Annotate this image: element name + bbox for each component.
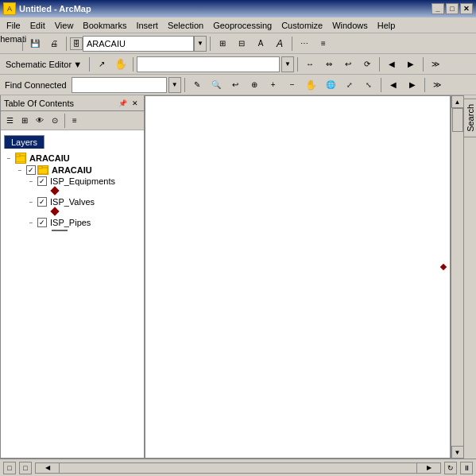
schematic-dropdown-btn[interactable]: Schematic ▼ [2,35,19,52]
fc-tool4[interactable]: ⊕ [246,76,263,94]
diagram-dropdown-arrow[interactable]: ▼ [194,36,207,52]
toc-list-btn[interactable]: ☰ [2,114,17,128]
fc-fit1[interactable]: ⤢ [341,76,358,94]
toc-selection-btn[interactable]: ⊙ [48,114,62,128]
isp-eq-expand[interactable]: − [26,176,36,186]
isp-v-checkbox[interactable]: ✓ [37,197,47,207]
tool1[interactable]: ⊞ [214,35,231,52]
menu-item-customize[interactable]: Customize [277,19,327,32]
fc-back[interactable]: ◀ [385,76,402,94]
schematic-tool1[interactable]: ↔ [301,56,319,73]
isp-v-expand[interactable]: − [26,197,36,207]
sep9 [423,57,424,72]
tool6[interactable]: ≡ [315,35,332,52]
sep3 [210,37,211,51]
sep7 [297,57,298,72]
aracaiu-expand[interactable]: − [15,165,25,175]
menu-item-help[interactable]: Help [373,19,401,32]
schematic-feature-arrow[interactable]: ▼ [281,56,294,72]
toc-source-btn[interactable]: ⊞ [17,114,32,128]
search-panel: Search [463,95,476,459]
sep10 [184,78,185,92]
schematic-tool4[interactable]: ⟳ [358,56,376,73]
toc-header: Table Of Contents 📌 ✕ [1,95,144,111]
fc-fit2[interactable]: ⤡ [360,76,377,94]
status-icon-1[interactable]: □ [3,462,16,474]
close-button[interactable]: ✕ [460,3,473,14]
scroll-down-arrow[interactable]: ▼ [451,446,464,459]
fc-zoom2[interactable]: − [284,76,301,94]
fc-tool2[interactable]: 🔍 [207,76,225,94]
schematic-nav2[interactable]: ▶ [402,56,420,73]
fc-tool3[interactable]: ↩ [226,76,244,94]
menu-item-geoprocessing[interactable]: Geoprocessing [208,19,277,32]
layers-tab-label: Layers [11,137,37,147]
menu-item-windows[interactable]: Windows [327,19,373,32]
menu-item-selection[interactable]: Selection [163,19,208,32]
v-diamond-symbol [50,207,59,215]
schematic-editor-label[interactable]: Schematic Editor ▼ [2,57,86,72]
schematic-tool3[interactable]: ↩ [339,56,357,73]
diagram-dropdown[interactable]: ARACAIU [83,36,194,52]
main-area: Table Of Contents 📌 ✕ ☰ ⊞ 👁 ⊙ ≡ Layers [0,95,476,459]
menu-item-insert[interactable]: Insert [131,19,163,32]
save-btn[interactable]: 💾 [26,35,44,52]
menu-item-view[interactable]: View [50,19,79,32]
aracaiu-item: − ✓ ARACAIU [15,164,144,176]
scroll-thumb[interactable] [452,108,463,132]
hscroll-right-arrow[interactable]: ▶ [416,463,440,473]
schematic-feature-dropdown[interactable] [137,56,280,72]
toc-options-btn[interactable]: ≡ [68,114,82,128]
menu-item-file[interactable]: File [2,19,25,32]
toolbar-row-1: Schematic ▼ 💾 🖨 🗄 ARACAIU ▼ ⊞ ⊟ A A ⋯ ≡ [0,33,476,54]
pan-tool[interactable]: ✋ [112,56,130,73]
toc-close-icon[interactable]: ✕ [130,98,141,109]
map-canvas[interactable] [145,95,451,459]
fc-hand[interactable]: ✋ [303,76,320,94]
hscroll-left-arrow[interactable]: ◀ [36,463,60,473]
minimize-button[interactable]: _ [431,3,444,14]
fc-fwd[interactable]: ▶ [404,76,421,94]
toc-pin-icon[interactable]: 📌 [117,98,128,109]
fc-zoom1[interactable]: + [265,76,282,94]
schematic-tool2[interactable]: ⇔ [320,56,338,73]
menu-item-bookmarks[interactable]: Bookmarks [78,19,131,32]
aracaiu-checkbox[interactable]: ✓ [26,165,36,175]
isp-p-label: ISP_Pipes [50,218,91,227]
tool4[interactable]: A [271,35,288,52]
horizontal-scrollbar[interactable]: ◀ ▶ [35,462,441,474]
schematic-nav1[interactable]: ◀ [383,56,401,73]
isp-eq-checkbox[interactable]: ✓ [37,176,47,186]
schematic-extra[interactable]: ≫ [427,56,444,73]
select-tool[interactable]: ↗ [93,56,110,73]
isp-p-checkbox[interactable]: ✓ [37,218,47,227]
scroll-up-arrow[interactable]: ▲ [451,95,464,108]
find-connected-label: Find Connected [2,80,70,90]
layers-tab[interactable]: Layers [4,135,45,149]
schematic-editor-text: Schematic Editor [6,60,72,69]
find-connected-arrow[interactable]: ▼ [168,77,181,93]
isp-p-expand[interactable]: − [26,218,36,227]
data-frame-expand[interactable]: − [4,153,14,163]
vertical-scrollbar[interactable]: ▲ ▼ [451,95,463,459]
fc-extra[interactable]: ≫ [428,76,446,94]
scroll-track[interactable] [451,108,463,446]
map-and-vscroll: ▲ ▼ [145,95,463,459]
status-refresh[interactable]: ↻ [444,462,457,474]
find-connected-dropdown[interactable] [72,77,167,93]
window-title: Untitled - ArcMap [19,4,91,14]
status-icon-2[interactable]: □ [19,462,32,474]
search-tab[interactable]: Search [463,99,477,137]
tool2[interactable]: ⊟ [233,35,250,52]
toc-visibility-btn[interactable]: 👁 [33,114,47,128]
tool3[interactable]: A [252,35,269,52]
menu-item-edit[interactable]: Edit [25,19,50,32]
tool5[interactable]: ⋯ [296,35,313,52]
sep1 [22,37,23,51]
print-btn[interactable]: 🖨 [45,35,63,52]
status-pause[interactable]: ⏸ [460,462,473,474]
maximize-button[interactable]: □ [446,3,459,14]
toc-toolbar: ☰ ⊞ 👁 ⊙ ≡ [1,111,144,130]
fc-tool1[interactable]: ✎ [188,76,206,94]
fc-globe[interactable]: 🌐 [322,76,339,94]
